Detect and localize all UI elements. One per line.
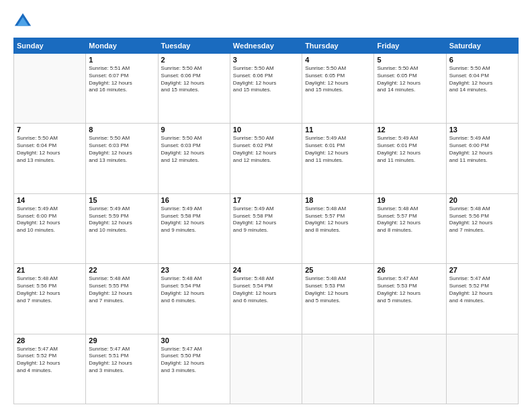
day-info: Sunrise: 5:48 AM Sunset: 5:54 PM Dayligh… — [161, 275, 227, 304]
day-number: 23 — [161, 266, 227, 274]
calendar-cell: 22Sunrise: 5:48 AM Sunset: 5:55 PM Dayli… — [86, 264, 158, 334]
column-header-saturday: Saturday — [446, 38, 518, 54]
calendar-cell: 16Sunrise: 5:49 AM Sunset: 5:58 PM Dayli… — [158, 193, 230, 263]
day-info: Sunrise: 5:47 AM Sunset: 5:53 PM Dayligh… — [377, 275, 443, 304]
day-info: Sunrise: 5:51 AM Sunset: 6:07 PM Dayligh… — [89, 65, 154, 94]
calendar-cell: 12Sunrise: 5:49 AM Sunset: 6:01 PM Dayli… — [374, 124, 446, 193]
calendar-cell: 2Sunrise: 5:50 AM Sunset: 6:06 PM Daylig… — [158, 54, 230, 124]
day-info: Sunrise: 5:49 AM Sunset: 6:00 PM Dayligh… — [449, 135, 515, 164]
calendar-cell: 15Sunrise: 5:49 AM Sunset: 5:59 PM Dayli… — [86, 193, 158, 263]
day-number: 24 — [233, 266, 299, 274]
day-info: Sunrise: 5:50 AM Sunset: 6:05 PM Dayligh… — [377, 65, 443, 94]
calendar-cell: 19Sunrise: 5:48 AM Sunset: 5:57 PM Dayli… — [374, 193, 446, 263]
calendar-cell: 9Sunrise: 5:50 AM Sunset: 6:03 PM Daylig… — [158, 124, 230, 193]
day-info: Sunrise: 5:48 AM Sunset: 5:57 PM Dayligh… — [377, 205, 443, 234]
calendar-cell: 26Sunrise: 5:47 AM Sunset: 5:53 PM Dayli… — [374, 264, 446, 334]
column-header-wednesday: Wednesday — [230, 38, 302, 54]
day-info: Sunrise: 5:49 AM Sunset: 5:58 PM Dayligh… — [161, 205, 227, 234]
day-number: 5 — [377, 56, 443, 64]
page: SundayMondayTuesdayWednesdayThursdayFrid… — [0, 0, 532, 411]
day-info: Sunrise: 5:47 AM Sunset: 5:52 PM Dayligh… — [17, 346, 83, 375]
day-number: 2 — [161, 56, 227, 64]
calendar-week-row: 21Sunrise: 5:48 AM Sunset: 5:56 PM Dayli… — [14, 264, 519, 334]
calendar-cell — [230, 334, 302, 404]
day-number: 1 — [89, 56, 154, 64]
column-header-sunday: Sunday — [14, 38, 86, 54]
day-info: Sunrise: 5:49 AM Sunset: 6:01 PM Dayligh… — [305, 135, 371, 164]
logo-icon — [13, 12, 32, 31]
calendar-cell: 6Sunrise: 5:50 AM Sunset: 6:04 PM Daylig… — [446, 54, 518, 124]
day-number: 6 — [449, 56, 515, 64]
day-info: Sunrise: 5:50 AM Sunset: 6:06 PM Dayligh… — [233, 65, 299, 94]
calendar-cell: 24Sunrise: 5:48 AM Sunset: 5:54 PM Dayli… — [230, 264, 302, 334]
day-number: 26 — [377, 266, 443, 274]
day-number: 28 — [17, 336, 83, 345]
day-number: 15 — [89, 196, 154, 204]
calendar-cell: 21Sunrise: 5:48 AM Sunset: 5:56 PM Dayli… — [14, 264, 86, 334]
calendar-cell: 5Sunrise: 5:50 AM Sunset: 6:05 PM Daylig… — [374, 54, 446, 124]
calendar-cell — [302, 334, 374, 404]
calendar-cell: 23Sunrise: 5:48 AM Sunset: 5:54 PM Dayli… — [158, 264, 230, 334]
day-number: 20 — [449, 196, 515, 204]
column-header-tuesday: Tuesday — [158, 38, 230, 54]
calendar-cell: 4Sunrise: 5:50 AM Sunset: 6:05 PM Daylig… — [302, 54, 374, 124]
day-info: Sunrise: 5:50 AM Sunset: 6:05 PM Dayligh… — [305, 65, 371, 94]
column-header-monday: Monday — [86, 38, 158, 54]
day-number: 13 — [449, 126, 515, 134]
calendar-cell: 27Sunrise: 5:47 AM Sunset: 5:52 PM Dayli… — [446, 264, 518, 334]
day-info: Sunrise: 5:49 AM Sunset: 6:00 PM Dayligh… — [17, 205, 83, 234]
column-header-friday: Friday — [374, 38, 446, 54]
header — [13, 12, 519, 31]
calendar-week-row: 28Sunrise: 5:47 AM Sunset: 5:52 PM Dayli… — [14, 334, 519, 404]
calendar-cell: 13Sunrise: 5:49 AM Sunset: 6:00 PM Dayli… — [446, 124, 518, 193]
calendar-cell: 14Sunrise: 5:49 AM Sunset: 6:00 PM Dayli… — [14, 193, 86, 263]
calendar-cell: 8Sunrise: 5:50 AM Sunset: 6:03 PM Daylig… — [86, 124, 158, 193]
calendar-cell: 1Sunrise: 5:51 AM Sunset: 6:07 PM Daylig… — [86, 54, 158, 124]
calendar-cell: 7Sunrise: 5:50 AM Sunset: 6:04 PM Daylig… — [14, 124, 86, 193]
day-number: 8 — [89, 126, 154, 134]
day-info: Sunrise: 5:48 AM Sunset: 5:55 PM Dayligh… — [89, 275, 154, 304]
day-number: 17 — [233, 196, 299, 204]
day-info: Sunrise: 5:50 AM Sunset: 6:04 PM Dayligh… — [17, 135, 83, 164]
day-info: Sunrise: 5:47 AM Sunset: 5:52 PM Dayligh… — [449, 275, 515, 304]
day-info: Sunrise: 5:49 AM Sunset: 6:01 PM Dayligh… — [377, 135, 443, 164]
calendar-cell: 18Sunrise: 5:48 AM Sunset: 5:57 PM Dayli… — [302, 193, 374, 263]
calendar-cell: 11Sunrise: 5:49 AM Sunset: 6:01 PM Dayli… — [302, 124, 374, 193]
day-info: Sunrise: 5:48 AM Sunset: 5:56 PM Dayligh… — [17, 275, 83, 304]
day-number: 14 — [17, 196, 83, 204]
calendar-cell: 25Sunrise: 5:48 AM Sunset: 5:53 PM Dayli… — [302, 264, 374, 334]
day-number: 22 — [89, 266, 154, 274]
day-info: Sunrise: 5:50 AM Sunset: 6:04 PM Dayligh… — [449, 65, 515, 94]
day-info: Sunrise: 5:48 AM Sunset: 5:57 PM Dayligh… — [305, 205, 371, 234]
day-number: 10 — [233, 126, 299, 134]
day-number: 27 — [449, 266, 515, 274]
day-info: Sunrise: 5:47 AM Sunset: 5:51 PM Dayligh… — [89, 346, 154, 375]
day-number: 7 — [17, 126, 83, 134]
calendar-cell: 30Sunrise: 5:47 AM Sunset: 5:50 PM Dayli… — [158, 334, 230, 404]
day-info: Sunrise: 5:48 AM Sunset: 5:54 PM Dayligh… — [233, 275, 299, 304]
day-number: 29 — [89, 336, 154, 345]
day-number: 11 — [305, 126, 371, 134]
day-info: Sunrise: 5:49 AM Sunset: 5:59 PM Dayligh… — [89, 205, 154, 234]
calendar-cell: 17Sunrise: 5:49 AM Sunset: 5:58 PM Dayli… — [230, 193, 302, 263]
day-number: 19 — [377, 196, 443, 204]
day-info: Sunrise: 5:50 AM Sunset: 6:02 PM Dayligh… — [233, 135, 299, 164]
day-number: 12 — [377, 126, 443, 134]
day-info: Sunrise: 5:50 AM Sunset: 6:03 PM Dayligh… — [161, 135, 227, 164]
day-number: 9 — [161, 126, 227, 134]
day-number: 25 — [305, 266, 371, 274]
day-number: 21 — [17, 266, 83, 274]
calendar-cell: 29Sunrise: 5:47 AM Sunset: 5:51 PM Dayli… — [86, 334, 158, 404]
day-info: Sunrise: 5:49 AM Sunset: 5:58 PM Dayligh… — [233, 205, 299, 234]
day-number: 30 — [161, 336, 227, 345]
calendar-cell — [374, 334, 446, 404]
day-info: Sunrise: 5:48 AM Sunset: 5:53 PM Dayligh… — [305, 275, 371, 304]
column-header-thursday: Thursday — [302, 38, 374, 54]
calendar-week-row: 14Sunrise: 5:49 AM Sunset: 6:00 PM Dayli… — [14, 193, 519, 263]
calendar-table: SundayMondayTuesdayWednesdayThursdayFrid… — [13, 38, 519, 404]
day-number: 16 — [161, 196, 227, 204]
day-number: 18 — [305, 196, 371, 204]
calendar-cell: 3Sunrise: 5:50 AM Sunset: 6:06 PM Daylig… — [230, 54, 302, 124]
day-info: Sunrise: 5:47 AM Sunset: 5:50 PM Dayligh… — [161, 346, 227, 375]
logo — [13, 12, 35, 31]
